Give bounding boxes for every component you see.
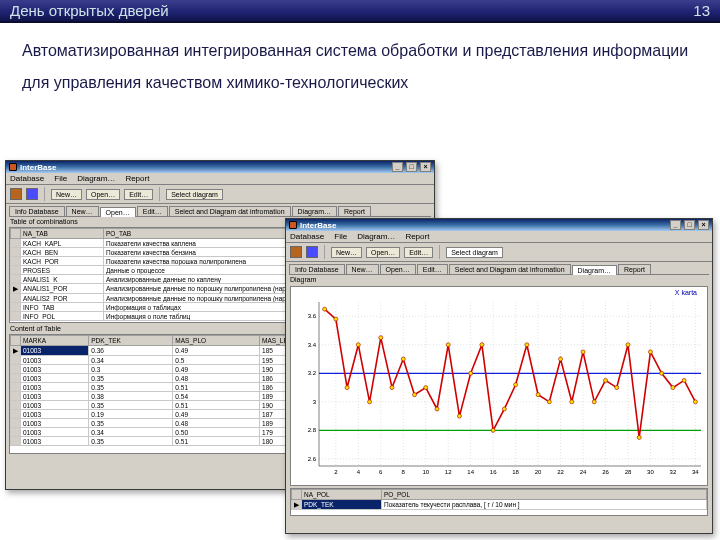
tab-edit-[interactable]: Edit… <box>137 206 168 216</box>
tab-info-database[interactable]: Info Database <box>289 264 345 274</box>
tab-diagram-[interactable]: Diagram… <box>572 265 617 275</box>
select-diagram-button[interactable]: Select diagram <box>446 247 503 258</box>
chart-title: X karta <box>291 287 707 298</box>
svg-point-70 <box>547 400 551 404</box>
menu-file[interactable]: File <box>334 232 347 241</box>
new-button[interactable]: New… <box>51 189 82 200</box>
svg-text:2.8: 2.8 <box>308 427 317 433</box>
menubar: Database File Diagram… Report <box>6 173 434 185</box>
new-button[interactable]: New… <box>331 247 362 258</box>
svg-point-53 <box>356 343 360 347</box>
svg-point-80 <box>660 371 664 375</box>
minimize-button[interactable]: _ <box>392 162 403 172</box>
svg-text:16: 16 <box>490 469 497 475</box>
svg-point-75 <box>604 378 608 382</box>
menu-diagram[interactable]: Diagram… <box>77 174 115 183</box>
svg-point-50 <box>323 307 327 311</box>
svg-text:34: 34 <box>692 469 699 475</box>
menu-report[interactable]: Report <box>405 232 429 241</box>
menu-file[interactable]: File <box>54 174 67 183</box>
svg-text:3.2: 3.2 <box>308 370 317 376</box>
edit-button[interactable]: Edit… <box>404 247 433 258</box>
col-header[interactable]: NA_TAB <box>21 229 104 239</box>
svg-text:6: 6 <box>379 469 383 475</box>
svg-text:20: 20 <box>535 469 542 475</box>
col-header[interactable]: PDK_TEK <box>89 336 173 346</box>
tab-report[interactable]: Report <box>618 264 651 274</box>
svg-point-56 <box>390 386 394 390</box>
menu-report[interactable]: Report <box>125 174 149 183</box>
tab-new-[interactable]: New… <box>346 264 379 274</box>
grid-field-info[interactable]: NA_POLPO_POL▶PDK_TEKПоказатель текучести… <box>290 488 708 516</box>
svg-point-62 <box>457 414 461 418</box>
svg-point-59 <box>424 386 428 390</box>
tab-diagram-[interactable]: Diagram… <box>292 206 337 216</box>
toolbar-sep <box>44 187 45 201</box>
menu-diagram[interactable]: Diagram… <box>357 232 395 241</box>
db-icon[interactable] <box>10 188 22 200</box>
minimize-button[interactable]: _ <box>670 220 681 230</box>
menu-database[interactable]: Database <box>290 232 324 241</box>
col-header[interactable]: NA_POL <box>302 490 382 500</box>
svg-text:3: 3 <box>313 399 317 405</box>
window-title: InterBase <box>300 221 336 230</box>
svg-point-63 <box>469 371 473 375</box>
svg-text:24: 24 <box>580 469 587 475</box>
open-button[interactable]: Open… <box>366 247 400 258</box>
svg-point-82 <box>682 378 686 382</box>
tab-edit-[interactable]: Edit… <box>417 264 448 274</box>
col-header[interactable]: PO_POL <box>381 490 706 500</box>
svg-point-78 <box>637 435 641 439</box>
table-icon[interactable] <box>306 246 318 258</box>
svg-text:3.6: 3.6 <box>308 313 317 319</box>
col-header[interactable]: MAS_PLO <box>173 336 260 346</box>
tab-open-[interactable]: Open… <box>380 264 416 274</box>
tabstrip: Info DatabaseNew…Open…Edit…Select and Di… <box>289 264 709 275</box>
col-header[interactable]: MARKA <box>21 336 89 346</box>
maximize-button[interactable]: □ <box>406 162 417 172</box>
table-row[interactable]: ▶PDK_TEKПоказатель текучести расплава, [… <box>292 500 707 510</box>
svg-text:30: 30 <box>647 469 654 475</box>
menubar: Database File Diagram… Report <box>286 231 712 243</box>
tab-select-and-diagram-dat-infromation[interactable]: Select and Diagram dat infromation <box>449 264 571 274</box>
svg-point-51 <box>334 317 338 321</box>
svg-point-55 <box>379 336 383 340</box>
titlebar[interactable]: InterBase _ □ × <box>286 219 712 231</box>
toolbar: New… Open… Edit… Select diagram <box>6 185 434 204</box>
tab-new-[interactable]: New… <box>66 206 99 216</box>
svg-point-71 <box>559 357 563 361</box>
svg-text:18: 18 <box>512 469 519 475</box>
edit-button[interactable]: Edit… <box>124 189 153 200</box>
svg-point-61 <box>446 343 450 347</box>
tab-info-database[interactable]: Info Database <box>9 206 65 216</box>
svg-point-73 <box>581 350 585 354</box>
tab-select-and-diagram-dat-infromation[interactable]: Select and Diagram dat infromation <box>169 206 291 216</box>
svg-point-60 <box>435 407 439 411</box>
maximize-button[interactable]: □ <box>684 220 695 230</box>
svg-text:32: 32 <box>670 469 677 475</box>
select-diagram-button[interactable]: Select diagram <box>166 189 223 200</box>
tab-report[interactable]: Report <box>338 206 371 216</box>
slide-header-left: День открытых дверей <box>10 2 169 19</box>
svg-text:4: 4 <box>357 469 361 475</box>
tabstrip: Info DatabaseNew…Open…Edit…Select and Di… <box>9 206 431 217</box>
close-button[interactable]: × <box>420 162 431 172</box>
table-icon[interactable] <box>26 188 38 200</box>
svg-text:3.4: 3.4 <box>308 342 317 348</box>
svg-point-54 <box>368 400 372 404</box>
tab-open-[interactable]: Open… <box>100 207 136 217</box>
toolbar-sep <box>324 245 325 259</box>
svg-text:12: 12 <box>445 469 452 475</box>
svg-text:28: 28 <box>625 469 632 475</box>
titlebar[interactable]: InterBase _ □ × <box>6 161 434 173</box>
svg-point-72 <box>570 400 574 404</box>
menu-database[interactable]: Database <box>10 174 44 183</box>
close-button[interactable]: × <box>698 220 709 230</box>
svg-text:26: 26 <box>602 469 609 475</box>
slide-number: 13 <box>693 2 710 19</box>
open-button[interactable]: Open… <box>86 189 120 200</box>
window-title: InterBase <box>20 163 56 172</box>
svg-text:22: 22 <box>557 469 564 475</box>
svg-point-68 <box>525 343 529 347</box>
db-icon[interactable] <box>290 246 302 258</box>
